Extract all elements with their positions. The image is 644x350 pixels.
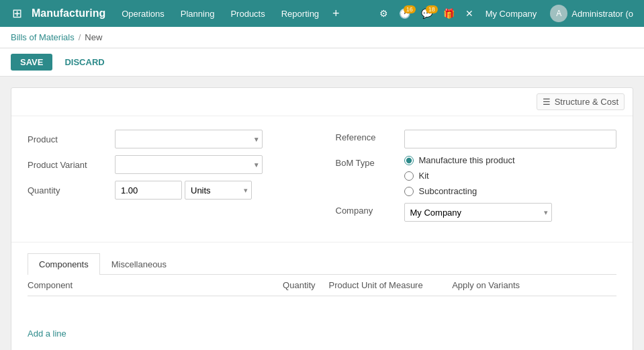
clock-badge: 16 — [404, 5, 416, 13]
reference-field — [404, 130, 617, 148]
brand-name: Manufacturing — [29, 7, 113, 19]
username: Administrator (o — [571, 9, 633, 19]
form-columns: Product ▾ Product Variant ▾ — [28, 130, 616, 228]
product-label: Product — [28, 134, 115, 144]
tabs: Components Miscellaneous — [28, 253, 616, 275]
reference-label: Reference — [336, 130, 396, 142]
reference-row: Reference — [336, 130, 617, 148]
bom-type-subcontracting-label: Subcontracting — [419, 186, 477, 196]
save-button[interactable]: SAVE — [11, 54, 52, 71]
breadcrumb-current: New — [85, 32, 102, 42]
form-card: ☰ Structure & Cost Product ▾ — [11, 87, 633, 350]
form-right-column: Reference BoM Type Manufacture this prod… — [309, 130, 617, 228]
variant-label: Product Variant — [28, 160, 115, 170]
breadcrumb-parent[interactable]: Bills of Materials — [11, 32, 75, 42]
bom-type-subcontracting[interactable]: Subcontracting — [404, 186, 617, 196]
company-field: My Company — [404, 203, 617, 222]
navbar: ⊞ Manufacturing Operations Planning Prod… — [0, 0, 644, 27]
bom-type-manufacture[interactable]: Manufacture this product — [404, 155, 617, 165]
tabs-container: Components Miscellaneous — [11, 242, 633, 275]
gift-icon[interactable]: 🎁 — [439, 8, 459, 19]
messages-badge: 18 — [426, 5, 438, 13]
nav-reporting[interactable]: Reporting — [273, 0, 327, 27]
product-variant-row: Product Variant ▾ — [28, 155, 309, 174]
product-wrapper: ▾ — [115, 130, 263, 148]
col-variants-header: Apply on Variants — [452, 280, 616, 290]
units-wrapper: Units kg g L mL Each — [185, 181, 252, 200]
table-header: Component Quantity Product Unit of Measu… — [28, 275, 616, 296]
col-component-header: Component — [28, 280, 233, 290]
discard-button[interactable]: DISCARD — [58, 54, 111, 71]
nav-planning[interactable]: Planning — [173, 0, 223, 27]
col-quantity-header: Quantity — [233, 280, 328, 290]
main-content: ☰ Structure & Cost Product ▾ — [0, 77, 644, 350]
variant-input[interactable] — [115, 155, 263, 174]
bom-type-kit[interactable]: Kit — [404, 171, 617, 181]
add-menu-icon[interactable]: + — [327, 7, 345, 21]
col-uom-header: Product Unit of Measure — [329, 280, 453, 290]
quantity-row: Quantity 1.00 Units kg g L mL Eac — [28, 181, 309, 200]
messages-icon[interactable]: 💬 18 — [417, 8, 436, 19]
clock-icon[interactable]: 🕐 16 — [395, 8, 414, 19]
bom-type-manufacture-label: Manufacture this product — [419, 155, 515, 165]
structure-cost-label: Structure & Cost — [555, 97, 618, 107]
company-wrapper: My Company — [404, 203, 552, 222]
bom-type-manufacture-radio[interactable] — [404, 156, 414, 165]
main-nav: Operations Planning Products Reporting + — [113, 0, 375, 27]
bom-type-subcontracting-radio[interactable] — [404, 187, 414, 196]
company-name[interactable]: My Company — [480, 9, 543, 19]
navbar-right: ⚙ 🕐 16 💬 18 🎁 ✕ My Company A Administrat… — [375, 5, 639, 22]
avatar: A — [550, 5, 567, 22]
quantity-label: Quantity — [28, 185, 115, 195]
table-body — [28, 296, 616, 323]
units-select[interactable]: Units kg g L mL Each — [185, 181, 252, 200]
reference-input[interactable] — [404, 130, 617, 148]
bom-type-group: Manufacture this product Kit Subcontract… — [404, 155, 617, 196]
form-body: Product ▾ Product Variant ▾ — [11, 116, 633, 242]
breadcrumb-separator: / — [79, 32, 81, 42]
bom-type-kit-label: Kit — [419, 171, 429, 181]
product-input[interactable] — [115, 130, 263, 148]
close-icon[interactable]: ✕ — [461, 8, 477, 19]
tab-components[interactable]: Components — [28, 253, 100, 275]
bom-type-label: BoM Type — [336, 155, 396, 168]
card-header: ☰ Structure & Cost — [11, 88, 633, 116]
variant-wrapper: ▾ — [115, 155, 263, 174]
product-row: Product ▾ — [28, 130, 309, 148]
settings-icon[interactable]: ⚙ — [375, 8, 392, 19]
user-menu[interactable]: A Administrator (o — [545, 5, 639, 22]
apps-icon[interactable]: ⊞ — [5, 6, 29, 21]
bom-type-kit-radio[interactable] — [404, 171, 414, 181]
structure-cost-icon: ☰ — [543, 97, 551, 107]
qty-group: 1.00 Units kg g L mL Each — [115, 181, 252, 200]
company-label: Company — [336, 203, 396, 216]
breadcrumb: Bills of Materials / New — [0, 27, 644, 48]
bom-type-row: BoM Type Manufacture this product Kit — [336, 155, 617, 196]
nav-operations[interactable]: Operations — [113, 0, 173, 27]
action-bar: SAVE DISCARD — [0, 48, 644, 77]
company-select[interactable]: My Company — [404, 203, 552, 222]
company-row: Company My Company — [336, 203, 617, 222]
tab-miscellaneous[interactable]: Miscellaneous — [100, 253, 178, 275]
structure-cost-button[interactable]: ☰ Structure & Cost — [537, 93, 625, 110]
nav-products[interactable]: Products — [222, 0, 273, 27]
form-left-column: Product ▾ Product Variant ▾ — [28, 130, 309, 228]
quantity-input[interactable]: 1.00 — [115, 181, 182, 200]
components-table: Component Quantity Product Unit of Measu… — [11, 275, 633, 350]
add-line-button[interactable]: Add a line — [28, 323, 616, 344]
